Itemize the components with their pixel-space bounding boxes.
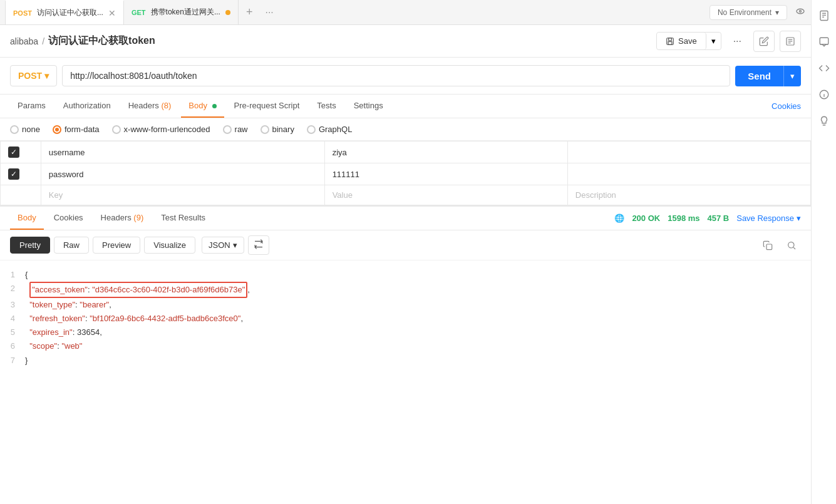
cookies-link[interactable]: Cookies bbox=[771, 101, 801, 111]
tab-pre-request-script[interactable]: Pre-request Script bbox=[227, 95, 307, 118]
add-tab-button[interactable]: + bbox=[239, 6, 261, 19]
svg-point-18 bbox=[788, 242, 794, 247]
format-selector[interactable]: JSON ▾ bbox=[202, 237, 244, 254]
save-response-button[interactable]: Save Response ▾ bbox=[736, 213, 801, 223]
body-type-raw-label: raw bbox=[235, 125, 248, 134]
empty-value-cell[interactable]: Value bbox=[324, 185, 567, 205]
empty-desc-cell[interactable]: Description bbox=[567, 185, 810, 205]
edit-icon[interactable] bbox=[753, 31, 775, 52]
svg-rect-11 bbox=[669, 38, 672, 40]
tab-name-post: 访问认证中心获取... bbox=[37, 8, 103, 18]
tab-more-button[interactable]: ··· bbox=[260, 7, 278, 18]
row1-desc-cell[interactable] bbox=[567, 141, 810, 163]
save-button[interactable]: Save bbox=[657, 33, 706, 49]
url-input[interactable] bbox=[62, 65, 730, 86]
view-pretty-button[interactable]: Pretty bbox=[10, 237, 50, 254]
row1-value-cell[interactable]: ziya bbox=[324, 141, 567, 163]
view-visualize-button[interactable]: Visualize bbox=[144, 237, 195, 254]
method-selector[interactable]: POST ▾ bbox=[10, 65, 57, 86]
resp-tab-body[interactable]: Body bbox=[10, 207, 44, 230]
row2-checkbox[interactable] bbox=[8, 168, 19, 180]
body-type-none[interactable]: none bbox=[10, 125, 40, 134]
row1-checkbox[interactable] bbox=[8, 147, 19, 158]
body-type-binary[interactable]: binary bbox=[261, 125, 294, 134]
row2-desc-cell[interactable] bbox=[567, 163, 810, 185]
response-tabs-nav: Body Cookies Headers (9) Test Results 🌐 … bbox=[0, 207, 811, 230]
breadcrumb-separator: / bbox=[42, 36, 44, 46]
body-type-none-label: none bbox=[22, 125, 40, 134]
radio-none bbox=[10, 125, 19, 134]
method-chevron: ▾ bbox=[44, 71, 49, 81]
tab-get[interactable]: GET 携带token通过网关... bbox=[124, 0, 239, 24]
svg-rect-4 bbox=[820, 38, 828, 44]
copy-icon[interactable] bbox=[758, 236, 777, 255]
json-line-6: 6 "scope": "web" bbox=[0, 339, 811, 353]
format-label: JSON bbox=[209, 240, 230, 250]
svg-rect-12 bbox=[668, 41, 672, 44]
body-type-urlencoded[interactable]: x-www-form-urlencoded bbox=[112, 125, 210, 134]
body-type-graphql-label: GraphQL bbox=[319, 125, 352, 134]
body-type-graphql[interactable]: GraphQL bbox=[307, 125, 352, 134]
tab-post[interactable]: POST 访问认证中心获取... ✕ bbox=[5, 0, 124, 24]
wrap-button[interactable] bbox=[248, 235, 269, 255]
view-raw-button[interactable]: Raw bbox=[54, 237, 89, 254]
send-button-group: Send ▾ bbox=[735, 66, 801, 86]
tab-tests[interactable]: Tests bbox=[309, 95, 343, 118]
eye-icon[interactable] bbox=[795, 6, 806, 19]
env-chevron: ▾ bbox=[775, 8, 779, 17]
save-dropdown-button[interactable]: ▾ bbox=[706, 33, 721, 49]
line-num-7: 7 bbox=[0, 354, 25, 368]
line-num-5: 5 bbox=[0, 326, 25, 339]
tab-authorization[interactable]: Authorization bbox=[56, 95, 118, 118]
tab-close-post[interactable]: ✕ bbox=[108, 8, 116, 18]
breadcrumb-title: 访问认证中心获取token bbox=[48, 34, 155, 48]
line-num-4: 4 bbox=[0, 312, 25, 326]
sidebar-code-icon[interactable] bbox=[813, 58, 835, 79]
resp-tab-cookies[interactable]: Cookies bbox=[46, 207, 91, 230]
json-line-3: 3 "token_type": "bearer", bbox=[0, 298, 811, 312]
tab-dot-get bbox=[225, 10, 230, 15]
view-preview-button[interactable]: Preview bbox=[93, 237, 140, 254]
line-content-4: "refresh_token": "bf10f2a9-6bc6-4432-adf… bbox=[25, 312, 811, 326]
json-line-1: 1 { bbox=[0, 268, 811, 282]
radio-form-data bbox=[53, 125, 61, 134]
body-type-binary-label: binary bbox=[272, 125, 294, 134]
tab-body[interactable]: Body bbox=[181, 95, 224, 118]
sidebar-comment-icon[interactable] bbox=[813, 31, 835, 53]
row2-value-cell[interactable]: 111111 bbox=[324, 163, 567, 185]
radio-raw bbox=[223, 125, 232, 134]
right-sidebar bbox=[811, 0, 836, 504]
line-num-2: 2 bbox=[0, 282, 25, 298]
search-icon[interactable] bbox=[782, 236, 801, 255]
tab-params[interactable]: Params bbox=[10, 95, 53, 118]
breadcrumb: alibaba / 访问认证中心获取token bbox=[10, 34, 651, 48]
body-type-raw[interactable]: raw bbox=[223, 125, 248, 134]
radio-graphql bbox=[307, 125, 316, 134]
sidebar-bulb-icon[interactable] bbox=[813, 110, 835, 131]
header-bar: alibaba / 访问认证中心获取token Save ▾ ··· bbox=[0, 25, 811, 58]
tab-headers[interactable]: Headers (8) bbox=[121, 95, 179, 118]
svg-point-8 bbox=[797, 9, 804, 14]
response-toolbar-right bbox=[758, 236, 801, 255]
empty-key-cell[interactable]: Key bbox=[41, 185, 324, 205]
notes-icon[interactable] bbox=[780, 31, 801, 52]
sidebar-info-icon[interactable] bbox=[813, 84, 835, 105]
env-selector[interactable]: No Environment ▾ bbox=[710, 5, 787, 20]
body-type-form-data-label: form-data bbox=[65, 125, 100, 134]
line-content-1: { bbox=[25, 268, 811, 282]
row2-key-cell[interactable]: password bbox=[41, 163, 324, 185]
svg-rect-0 bbox=[820, 11, 828, 21]
row1-key-cell[interactable]: username bbox=[41, 141, 324, 163]
response-area: Body Cookies Headers (9) Test Results 🌐 … bbox=[0, 205, 811, 375]
resp-tab-headers[interactable]: Headers (9) bbox=[93, 207, 152, 230]
more-button[interactable]: ··· bbox=[726, 31, 748, 51]
tab-settings[interactable]: Settings bbox=[346, 95, 391, 118]
send-button[interactable]: Send bbox=[735, 66, 783, 86]
send-label: Send bbox=[748, 71, 771, 81]
body-type-form-data[interactable]: form-data bbox=[53, 125, 100, 134]
sidebar-doc-icon[interactable] bbox=[813, 5, 835, 26]
send-dropdown-button[interactable]: ▾ bbox=[783, 66, 801, 86]
line-num-1: 1 bbox=[0, 268, 25, 282]
json-line-2: 2 "access_token": "d364c6cc-3c60-402f-b3… bbox=[0, 282, 811, 298]
resp-tab-test-results[interactable]: Test Results bbox=[153, 207, 213, 230]
